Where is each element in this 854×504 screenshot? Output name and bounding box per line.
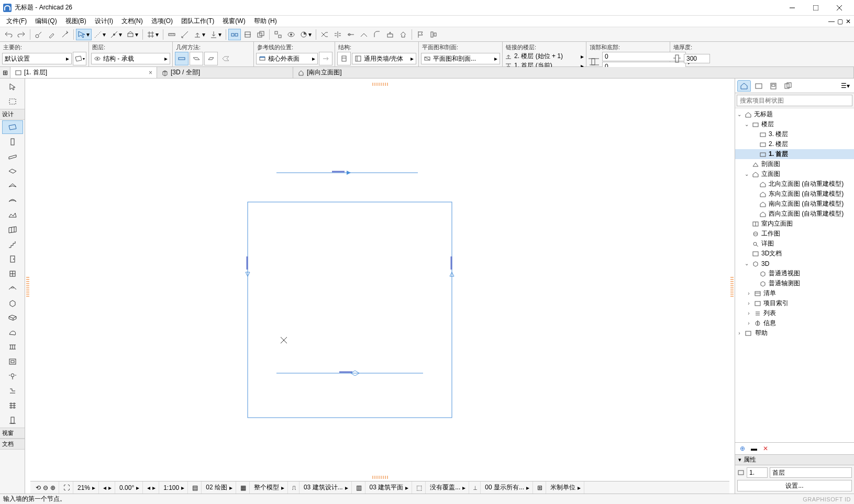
- struct-dropdown[interactable]: 通用类墙/壳体 ▸: [352, 53, 416, 64]
- tree-lists[interactable]: ›列表: [735, 308, 854, 318]
- prop-id[interactable]: 1.: [747, 467, 768, 478]
- tree-elev-south[interactable]: 南向立面图 (自动重建模型): [735, 199, 854, 209]
- fit-icon[interactable]: ⛶: [63, 484, 70, 491]
- dim-dropdown[interactable]: 00 显示所有...▸: [482, 481, 533, 494]
- override-icon[interactable]: ⬚: [416, 484, 422, 491]
- grid-button[interactable]: ▾: [145, 29, 161, 40]
- measure-button[interactable]: [179, 29, 191, 40]
- dim-icon[interactable]: ⟂: [473, 484, 477, 491]
- beam-tool[interactable]: [2, 150, 23, 163]
- refplane-dropdown[interactable]: 核心外表面 ▸: [256, 53, 318, 64]
- orbit-icon[interactable]: ⟲: [36, 484, 41, 491]
- home-button[interactable]: [397, 29, 409, 40]
- pan-next-icon[interactable]: ▸: [108, 484, 112, 491]
- layer-combo-icon[interactable]: ▤: [192, 484, 198, 491]
- partial-icon[interactable]: ▦: [240, 484, 246, 491]
- drawing-canvas[interactable]: [30, 79, 729, 481]
- mdi-close-icon[interactable]: ✕: [845, 18, 852, 25]
- minimize-button[interactable]: [780, 1, 804, 15]
- adjust-button[interactable]: [345, 29, 357, 40]
- ruler-button[interactable]: [165, 29, 178, 40]
- elevation-icon-button[interactable]: ▾: [192, 29, 207, 40]
- cursor-snap-button[interactable]: ▾: [76, 29, 92, 40]
- geom-straight-icon[interactable]: [175, 52, 188, 65]
- menu-design[interactable]: 设计(I): [91, 17, 117, 26]
- split-button[interactable]: [331, 29, 344, 40]
- tree-interior[interactable]: 室内立面图: [735, 219, 854, 229]
- tree-story-3[interactable]: 3. 楼层: [735, 129, 854, 139]
- thickness-input[interactable]: [684, 54, 710, 63]
- zone-tool[interactable]: [2, 311, 23, 324]
- tree-story-2[interactable]: 2. 楼层: [735, 139, 854, 149]
- marquee-tool[interactable]: [2, 95, 23, 108]
- intersect-button[interactable]: [358, 29, 370, 40]
- mvopt-dropdown[interactable]: 03 建筑平面▸: [367, 481, 413, 494]
- wall-tool[interactable]: [2, 120, 23, 134]
- window-tool[interactable]: [2, 267, 23, 281]
- shell-tool[interactable]: [2, 194, 23, 207]
- right-panel-handle[interactable]: [729, 79, 735, 494]
- geom-poly-icon[interactable]: [219, 52, 232, 65]
- new-view-icon[interactable]: ⊕: [738, 444, 747, 453]
- mesh-tool[interactable]: [2, 208, 23, 222]
- menu-file[interactable]: 文件(F): [2, 17, 31, 26]
- magic-wand-button[interactable]: [59, 29, 71, 40]
- curtainwall-tool[interactable]: [2, 223, 23, 237]
- slab-tool[interactable]: [2, 164, 23, 178]
- linked-top-value[interactable]: 2. 楼层 (始位 + 1): [514, 52, 579, 61]
- nav-layout-tab[interactable]: [767, 80, 780, 92]
- opening-tool[interactable]: [2, 355, 23, 368]
- geom-trapezoid-icon[interactable]: [204, 52, 218, 65]
- zoom-in-icon[interactable]: ⊕: [50, 484, 56, 491]
- auto-intersect-button[interactable]: [228, 29, 241, 40]
- settings-button[interactable]: 设置...: [737, 480, 852, 491]
- pan-prev-icon[interactable]: ◂: [103, 484, 106, 491]
- menu-help[interactable]: 帮助 (H): [250, 17, 281, 26]
- unit-dropdown[interactable]: 米制单位▸: [547, 481, 584, 494]
- tab-3d[interactable]: [3D / 全部]: [157, 67, 293, 78]
- tab-elevation[interactable]: [南向立面图]: [293, 67, 854, 78]
- mdi-minimize-icon[interactable]: —: [828, 18, 835, 25]
- fillet-button[interactable]: [371, 29, 383, 40]
- unit-icon[interactable]: ⊞: [537, 484, 542, 491]
- angle-dropdown[interactable]: 0.00°▸: [116, 481, 143, 494]
- tree-schedules[interactable]: ›清单: [735, 288, 854, 298]
- menu-teamwork[interactable]: 团队工作(T): [177, 17, 218, 26]
- align-icon-button[interactable]: [427, 29, 440, 40]
- nav-project-tab[interactable]: [737, 80, 751, 92]
- railing-tool[interactable]: [2, 340, 23, 354]
- lamp-tool[interactable]: [2, 369, 23, 383]
- graphisoft-id-link[interactable]: GRAPHISOFT ID: [803, 496, 851, 502]
- menu-edit[interactable]: 编辑(Q): [31, 17, 61, 26]
- gravity-button[interactable]: ▾: [208, 29, 224, 40]
- tree-elevations[interactable]: ⌄立面图: [735, 169, 854, 179]
- renov-dropdown[interactable]: 03 建筑设计...▸: [301, 481, 352, 494]
- wall-tool-icon[interactable]: ▾: [73, 52, 86, 65]
- zoom-out-icon[interactable]: ⊖: [43, 484, 48, 491]
- wall-end-tool[interactable]: [2, 413, 23, 427]
- penset-dropdown[interactable]: 02 绘图▸: [203, 481, 236, 494]
- tree-info[interactable]: ›i信息: [735, 318, 854, 328]
- relative-construction-button[interactable]: [241, 29, 254, 40]
- tree-root[interactable]: ⌄无标题: [735, 109, 854, 119]
- nav-next-icon[interactable]: ▸: [152, 484, 156, 491]
- tree-3d-perspective[interactable]: 普通透视图: [735, 268, 854, 278]
- geom-curved-icon[interactable]: [190, 52, 203, 65]
- prop-name[interactable]: 首层: [770, 467, 852, 478]
- layer-dropdown[interactable]: 结构 - 承载 ▸: [91, 53, 170, 64]
- tree-stories[interactable]: ⌄楼层: [735, 119, 854, 129]
- snap-point-button[interactable]: ▾: [108, 29, 124, 40]
- preset-dropdown[interactable]: 默认设置 ▸: [2, 53, 72, 64]
- renov-icon[interactable]: ⎍: [292, 484, 296, 491]
- tree-3d[interactable]: ⌄3D: [735, 259, 854, 268]
- tree-sections[interactable]: 剖面图: [735, 159, 854, 169]
- mep-tool[interactable]: [2, 384, 23, 398]
- nav-prev-icon[interactable]: ◂: [147, 484, 150, 491]
- mvopt-icon[interactable]: ▥: [356, 484, 362, 491]
- skylight-tool[interactable]: [2, 282, 23, 295]
- tree-details[interactable]: 详图: [735, 239, 854, 249]
- menu-view[interactable]: 视图(B): [61, 17, 91, 26]
- refplane-flip-icon[interactable]: [319, 52, 332, 65]
- menu-options[interactable]: 选项(O): [147, 17, 177, 26]
- guideline-button[interactable]: ▾: [92, 29, 108, 40]
